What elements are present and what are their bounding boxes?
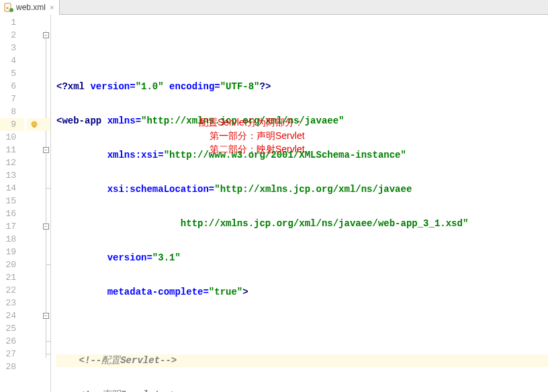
line-number: 5 [0,67,24,80]
fold-end-icon [46,341,50,342]
fold-toggle-icon[interactable]: − [43,313,49,319]
line-number: 7 [0,93,24,105]
line-number: 10 [0,131,24,144]
line-number: 3 [0,42,24,54]
line-number: 25 [0,322,24,335]
fold-toggle-icon[interactable]: − [43,32,49,38]
fold-gutter: − − − − [42,15,51,392]
code-line: version="3.1" [56,252,548,264]
line-number: 18 [0,233,24,246]
line-number: 22 [0,284,24,297]
line-number: 11 [0,144,24,156]
line-number: 4 [0,54,24,67]
code-line: http://xmlns.jcp.org/xml/ns/javaee/web-a… [56,217,548,230]
line-number: 27 [0,348,24,360]
line-number: 26 [0,335,24,348]
line-number: 13 [0,169,24,182]
line-number: 8 [0,105,24,118]
annotation-1: 配置Servlet分为两部分： [199,117,304,129]
line-number: 14 [0,182,24,195]
code-line: <!--配置Servlet--> [56,354,548,367]
svg-rect-3 [34,126,36,128]
annotation-2: 第一部分：声明Servlet [210,130,305,142]
line-number: 17 [0,220,24,233]
file-tab-webxml[interactable]: web.xml × [0,0,60,15]
line-number-gutter: 1 2 3 4 5 6 7 8 9 10 11 12 13 14 15 16 1… [0,15,27,392]
intention-bulb-row[interactable] [27,118,42,131]
svg-point-2 [32,121,37,127]
code-editor[interactable]: 1 2 3 4 5 6 7 8 9 10 11 12 13 14 15 16 1… [0,15,548,392]
line-number: 12 [0,156,24,169]
fold-end-icon [46,264,50,265]
line-number: 24 [0,309,24,322]
line-number: 1 [0,16,24,29]
icon-gutter [27,15,42,392]
line-number: 28 [0,360,24,373]
xml-file-icon [4,3,13,12]
line-number: 2 [0,29,24,42]
line-number: 23 [0,297,24,309]
line-number: 9 [0,118,24,131]
line-number: 20 [0,258,24,271]
code-area[interactable]: 配置Servlet分为两部分： 第一部分：声明Servlet 第二部分：映射Se… [51,15,548,392]
line-number: 21 [0,271,24,284]
code-line: xsi:schemaLocation="http://xmlns.jcp.org… [56,183,548,196]
code-line: <!--声明Servlet--> [56,389,548,392]
tab-bar: web.xml × [0,0,548,15]
svg-point-1 [9,8,13,12]
fold-end-icon [46,354,50,354]
tab-label: web.xml [16,3,46,12]
annotation-3: 第二部分：映射Servlet [210,144,305,156]
code-line: <?xml version="1.0" encoding="UTF-8"?> [56,81,548,93]
line-number: 16 [0,207,24,220]
line-number: 19 [0,246,24,258]
fold-toggle-icon[interactable]: − [43,224,49,230]
close-icon[interactable]: × [50,3,54,11]
line-number: 15 [0,195,24,207]
fold-end-icon [46,188,50,189]
code-line [56,320,548,333]
line-number: 6 [0,80,24,93]
code-line: metadata-complete="true"> [56,286,548,299]
fold-toggle-icon[interactable]: − [43,147,49,153]
lightbulb-icon [30,121,38,129]
